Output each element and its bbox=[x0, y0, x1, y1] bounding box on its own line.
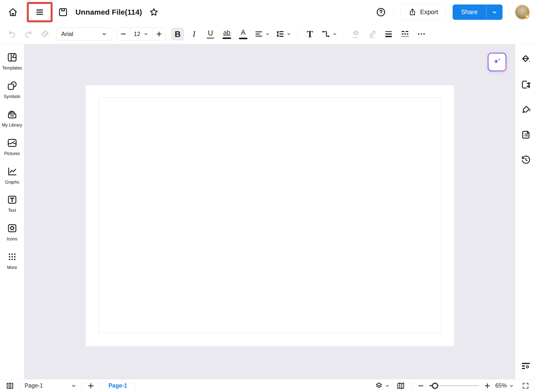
sidebar-item-templates[interactable]: Templates bbox=[1, 52, 24, 71]
font-color-button[interactable]: A bbox=[237, 28, 250, 40]
history-icon bbox=[520, 154, 531, 165]
sidebar-item-icons[interactable]: Icons bbox=[1, 223, 24, 242]
page-tab-active[interactable]: Page-1 bbox=[105, 382, 131, 389]
text-tool-button[interactable]: T bbox=[303, 28, 316, 40]
chevron-down-icon bbox=[385, 383, 390, 388]
favorite-button[interactable] bbox=[148, 6, 160, 18]
export-button[interactable]: Export bbox=[401, 4, 446, 20]
page-settings-icon bbox=[520, 79, 531, 90]
page-selector-dropdown[interactable]: Page-1 bbox=[25, 382, 77, 389]
line-spacing-button[interactable] bbox=[274, 28, 292, 40]
more-tools-button[interactable] bbox=[415, 28, 428, 40]
document-title[interactable]: Unnamed File(114) bbox=[75, 8, 142, 16]
minimap-button[interactable] bbox=[394, 380, 407, 391]
fill-color-button[interactable] bbox=[349, 28, 362, 40]
left-sidebar: Templates Symbols My Library bbox=[0, 44, 24, 379]
highlight-color-button[interactable]: ab bbox=[220, 28, 233, 40]
header-divider-2 bbox=[509, 7, 509, 18]
header-divider bbox=[394, 7, 394, 18]
undo-button[interactable] bbox=[5, 28, 18, 40]
zoom-slider-thumb[interactable] bbox=[432, 383, 438, 389]
canvas-area[interactable] bbox=[24, 44, 515, 379]
connector-tool-button[interactable] bbox=[320, 28, 338, 40]
zoom-level-select[interactable]: 65% bbox=[495, 382, 514, 389]
sidebar-item-my-library[interactable]: My Library bbox=[1, 109, 24, 128]
main-area: Templates Symbols My Library bbox=[0, 44, 536, 379]
theme-style-button[interactable] bbox=[519, 103, 532, 116]
bottombar-divider bbox=[100, 382, 100, 390]
increase-font-button[interactable] bbox=[153, 28, 166, 40]
home-button[interactable] bbox=[6, 6, 19, 19]
share-split-button: Share bbox=[453, 4, 502, 20]
notes-button[interactable] bbox=[519, 128, 532, 141]
symbols-icon bbox=[6, 80, 18, 92]
pages-panel-icon bbox=[5, 381, 14, 390]
bottombar-divider bbox=[412, 382, 412, 390]
sidebar-item-text[interactable]: Text bbox=[1, 194, 24, 213]
notes-icon bbox=[520, 129, 531, 140]
sidebar-label: Pictures bbox=[4, 151, 20, 157]
history-button[interactable] bbox=[519, 153, 532, 166]
save-button[interactable] bbox=[57, 6, 69, 19]
icons-icon bbox=[6, 223, 18, 234]
fill-style-icon bbox=[520, 54, 531, 65]
avatar[interactable] bbox=[516, 5, 529, 19]
bold-button[interactable]: B bbox=[171, 28, 184, 40]
share-chevron-icon bbox=[491, 9, 498, 16]
decrease-font-button[interactable] bbox=[117, 28, 130, 40]
align-button[interactable] bbox=[253, 28, 271, 40]
sidebar-item-symbols[interactable]: Symbols bbox=[1, 80, 24, 99]
zoom-level-value: 65% bbox=[495, 382, 507, 389]
page-settings-button[interactable] bbox=[519, 78, 532, 91]
zoom-in-button[interactable] bbox=[483, 381, 492, 390]
document-page[interactable] bbox=[86, 85, 454, 346]
format-painter-icon bbox=[40, 29, 49, 39]
italic-button[interactable]: I bbox=[188, 28, 201, 40]
fullscreen-button[interactable] bbox=[520, 380, 531, 391]
help-button[interactable] bbox=[374, 6, 387, 19]
zoom-slider[interactable] bbox=[429, 385, 479, 386]
redo-button[interactable] bbox=[22, 28, 35, 40]
ai-assistant-button[interactable] bbox=[488, 53, 506, 71]
page-margin-guide bbox=[99, 98, 441, 333]
align-icon bbox=[254, 29, 264, 39]
toolbar: Arial 12 B I U bbox=[0, 24, 536, 44]
sidebar-item-pictures[interactable]: Pictures bbox=[1, 137, 24, 157]
font-family-value: Arial bbox=[61, 31, 73, 37]
pen-style-button[interactable] bbox=[366, 28, 379, 40]
increase-font-icon bbox=[155, 30, 163, 38]
sidebar-item-more[interactable]: More bbox=[1, 251, 24, 270]
font-size-value: 12 bbox=[134, 31, 140, 37]
bottombar-right: 65% bbox=[373, 379, 531, 392]
share-button[interactable]: Share bbox=[453, 4, 486, 20]
toolbar-divider-2 bbox=[344, 29, 344, 39]
highlight-label: ab bbox=[223, 29, 231, 36]
pictures-icon bbox=[6, 137, 18, 149]
line-style-button[interactable] bbox=[399, 28, 411, 40]
sidebar-item-graphs[interactable]: Graphs bbox=[1, 166, 24, 185]
connector-icon bbox=[321, 29, 331, 39]
share-dropdown-button[interactable] bbox=[486, 4, 502, 20]
theme-brush-icon bbox=[520, 104, 531, 115]
pages-panel-button[interactable] bbox=[4, 380, 15, 391]
more-ellipsis-icon bbox=[416, 29, 426, 39]
font-size-select[interactable]: 12 bbox=[130, 28, 153, 40]
minimap-icon bbox=[396, 381, 405, 390]
my-library-icon bbox=[6, 109, 18, 120]
underline-button[interactable]: U bbox=[204, 28, 217, 40]
ai-sparkle-icon bbox=[492, 57, 502, 67]
layers-button[interactable] bbox=[373, 380, 391, 391]
header-left: Unnamed File(114) bbox=[6, 2, 160, 22]
add-page-button[interactable] bbox=[86, 381, 96, 391]
page-selector-value: Page-1 bbox=[25, 382, 43, 389]
main-menu-button[interactable] bbox=[33, 6, 46, 19]
format-painter-button[interactable] bbox=[38, 28, 51, 40]
line-weight-button[interactable] bbox=[382, 28, 395, 40]
fill-style-button[interactable] bbox=[519, 53, 532, 66]
view-options-button[interactable] bbox=[519, 360, 532, 373]
header-right: Export Share bbox=[374, 4, 529, 20]
export-icon bbox=[408, 8, 417, 16]
zoom-out-button[interactable] bbox=[416, 381, 425, 390]
font-family-select[interactable]: Arial bbox=[57, 27, 112, 41]
hamburger-menu-icon bbox=[34, 7, 45, 17]
